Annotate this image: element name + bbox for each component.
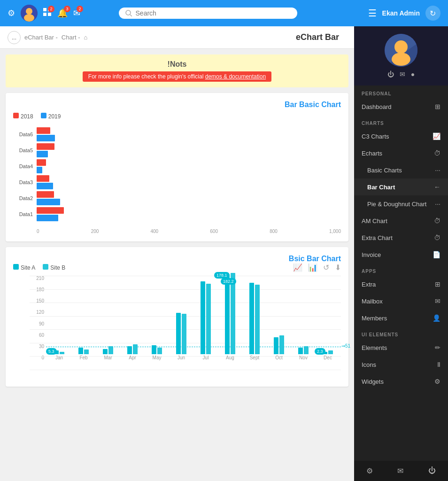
toolbar-refresh-icon[interactable]: ↺ [323,263,329,272]
profile-icon[interactable]: ● [411,70,415,78]
sidebar-item-bar-chart[interactable]: Bar Chart← [354,178,448,195]
notif-link-text[interactable]: demos & documentation [205,73,266,80]
vbar-bar-b [84,349,89,354]
sidebar-item-am-chart[interactable]: AM Chart⏱ [354,212,448,229]
svg-point-1 [26,8,32,15]
vbar-pair [121,344,144,354]
sidebar-item-invoice[interactable]: Invoice📄 [354,246,448,263]
sidebar-item-widgets[interactable]: Widgets⚙ [354,373,448,390]
svg-line-8 [130,15,132,16]
vbar-x-label: Jul [194,355,217,360]
chart1-legend: 2018 2019 [13,113,341,120]
grid-icon[interactable]: 2 [43,8,52,19]
tooltip-dec: 2.3 [315,348,325,355]
vbar-x-label: Jan [48,355,70,360]
chart1-title: Bar Basic Chart [13,101,341,109]
sidebar-item-extra-chart[interactable]: Extra Chart⏱ [354,229,448,246]
hamburger-icon[interactable]: ☰ [368,8,377,19]
vbar-bar-b [157,348,162,354]
vbar-pair [97,346,119,354]
si-left: Invoice [362,251,381,258]
hbar-label: Data3 [13,179,37,185]
search-box[interactable] [119,8,297,19]
vbar-pair [146,345,168,354]
profile-icon[interactable]: ⏻ [387,70,394,78]
settings-bottom-icon[interactable]: ⚙ [366,466,373,475]
mail-icon[interactable]: ✉ 2 [73,8,80,18]
refresh-icon[interactable]: ↻ [425,6,440,21]
page-title: eChart Bar [296,32,347,42]
sidebar-item-echarts[interactable]: Echarts⏱ [354,145,448,162]
vbar-bar-a [103,349,108,354]
sidebar-item-extra[interactable]: Extra⊞ [354,276,448,293]
si-left: Extra Chart [362,234,393,241]
hbar-2019 [37,167,42,173]
hbar-2018 [37,143,54,150]
hbar-2018 [37,191,54,198]
hbar-row: Data6 [13,127,341,141]
toolbar-line-icon[interactable]: 📈 [293,263,302,272]
vbar-group: Oct [268,276,290,360]
sidebar-item-dashboard[interactable]: Dashboard⊞ [354,98,448,115]
profile-icon[interactable]: ✉ [400,70,405,78]
notif-link[interactable]: For more info please check the plugin's … [83,71,271,82]
toolbar-bar-icon[interactable]: 📊 [308,263,317,272]
mail-bottom-icon[interactable]: ✉ [397,466,403,475]
hbar-2018 [37,159,46,166]
breadcrumb-menu[interactable]: ... [8,31,21,44]
sidebar-item-label: Pie & Doughnut Chart [367,201,426,208]
legend-2018: 2018 [13,113,33,120]
si-left: Bar Chart [367,184,395,191]
sidebar-item-label: Basic Charts [367,167,402,174]
user-avatar[interactable] [21,5,38,22]
hbar-bars [37,143,341,157]
toolbar-download-icon[interactable]: ⬇ [335,263,341,272]
gear-icon[interactable]: ⚙ [8,8,15,18]
sidebar-item-basic-charts[interactable]: Basic Charts··· [354,162,448,178]
badge-grid: 2 [48,6,54,12]
profile-avatar [385,34,417,67]
sidebar-item-icons[interactable]: IconsⅡ [354,356,448,373]
vbar-bar-a [78,348,83,354]
chart2-title: Bsic Bar Chart [289,255,341,263]
sidebar-item-icon: 👤 [433,314,440,322]
legend-2019: 2019 [41,113,61,120]
svg-rect-5 [43,13,46,16]
sidebar-item-icon: ⏱ [434,234,440,241]
main-layout: ... eChart Bar - Chart - ⌂ eChart Bar !N… [0,26,448,481]
svg-rect-6 [48,13,51,16]
sidebar-item-elements[interactable]: Elements✏ [354,339,448,356]
vbar-pair [292,346,315,354]
svg-point-2 [24,14,34,22]
power-bottom-icon[interactable]: ⏻ [428,466,436,475]
sidebar-item-pie--doughnut-chart[interactable]: Pie & Doughnut Chart··· [354,195,448,212]
search-input[interactable] [136,9,291,17]
vbar-bar-b [133,344,138,354]
sidebar-item-label: Elements [362,344,387,351]
sidebar-item-members[interactable]: Members👤 [354,310,448,326]
grid-line [30,370,341,370]
sidebar-item-c3-charts[interactable]: C3 Charts📈 [354,128,448,145]
hbar-bars [37,127,341,141]
hbar-axis: 02004006008001,000 [13,229,341,234]
vbar-group: 5.3Jan [48,276,70,360]
vbar-bar-a [201,281,205,354]
si-left: Pie & Doughnut Chart [367,201,426,208]
vbar-bar-b [279,335,284,354]
sidebar-section-title: UI ELEMENTS [354,326,448,339]
vbar-bar-b [108,346,113,354]
vbar-group: Feb [72,276,95,360]
sidebar-item-label: Members [362,315,387,322]
legend-site-b: Site B [43,264,65,271]
vbar-y-labels: 2101801501209060300 [30,276,46,360]
sidebar-item-label: Extra [362,281,376,288]
breadcrumb-echart: eChart Bar - [24,34,58,41]
vbar-pair [170,313,193,354]
vbar-x-label: May [146,355,168,360]
sidebar-item-mailbox[interactable]: Mailbox✉ [354,293,448,310]
bell-icon[interactable]: 🔔 3 [57,8,68,18]
vbar-y-label: 210 [36,276,44,281]
notif-message: For more info please check the plugin's … [88,73,204,80]
sidebar-item-icon: Ⅱ [437,361,440,368]
sidebar-item-icon: ← [434,183,440,191]
